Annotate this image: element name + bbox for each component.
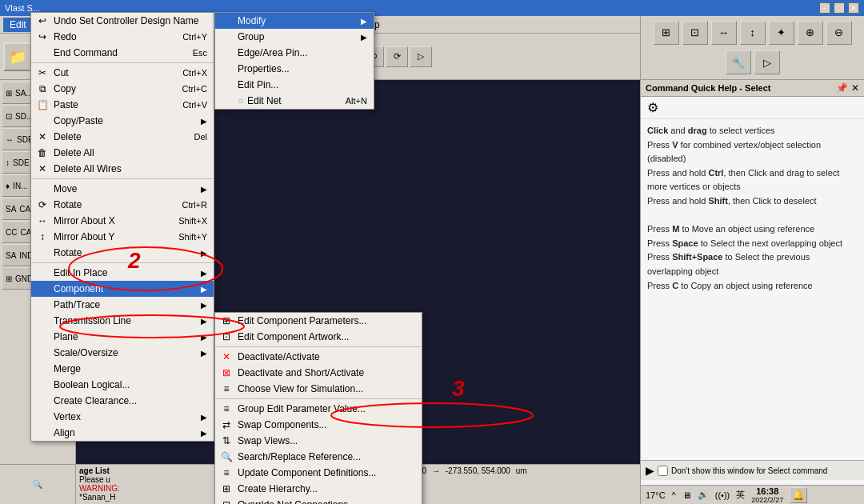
comp-search-replace[interactable]: 🔍 Search/Replace Reference...	[215, 449, 422, 465]
comp-edit-artwork-label: Edit Component Artwork...	[238, 331, 349, 342]
menu-end-command[interactable]: End Command Esc	[31, 45, 214, 61]
toolbar-folder-btn[interactable]: 📁	[3, 42, 32, 71]
rt-icon-8[interactable]: 🔧	[726, 50, 751, 74]
comp-deactivate-short[interactable]: ⊠ Deactivate and Short/Activate	[215, 365, 422, 381]
menu-path-trace[interactable]: Path/Trace ▶	[31, 297, 214, 313]
menu-move[interactable]: Move ▶	[31, 181, 214, 197]
quick-help-pin-icon[interactable]: 📌	[836, 82, 848, 94]
comp-edit-artwork[interactable]: ⊡ Edit Component Artwork...	[215, 329, 422, 345]
monitor-icon: 🖥	[682, 490, 691, 500]
rt-icon-4[interactable]: ↕	[740, 21, 766, 45]
menu-paste[interactable]: 📋 Paste Ctrl+V	[31, 97, 214, 113]
dont-show-label: Don't show this window for Select comman…	[671, 466, 827, 475]
menu-redo[interactable]: ↪ Redo Ctrl+Y	[31, 29, 214, 45]
edit-artwork-icon: ⊡	[218, 331, 234, 342]
menu-mirror-y[interactable]: ↕ Mirror About Y Shift+Y	[31, 229, 214, 245]
comp-group-edit[interactable]: ≡ Group Edit Parameter Value...	[215, 401, 422, 417]
menu-mirror-x[interactable]: ↔ Mirror About X Shift+X	[31, 213, 214, 229]
network-icon: ^	[672, 490, 676, 500]
comp-create-hierarchy[interactable]: ⊞ Create Hierarchy...	[215, 481, 422, 497]
modify-edit-pin[interactable]: Edit Pin...	[215, 77, 374, 93]
menu-delete-all[interactable]: 🗑 Delete All	[31, 145, 214, 161]
rt-icon-2[interactable]: ⊡	[682, 21, 708, 45]
help-line-4: Press and hold Shift, then Click to dese…	[647, 194, 858, 209]
speaker-icon: 🔊	[698, 490, 709, 500]
menu-move-label: Move	[54, 183, 77, 194]
menu-transmission-line-label: Transmission Line	[54, 315, 131, 326]
menu-align[interactable]: Align ▶	[31, 425, 214, 441]
comp-override-net[interactable]: ⊡ Override Net Connections...	[215, 497, 422, 504]
menu-plane[interactable]: Plane ▶	[31, 329, 214, 345]
tb-icon-15[interactable]: ⟳	[386, 46, 408, 67]
comp-deactivate[interactable]: ✕ Deactivate/Activate	[215, 349, 422, 365]
delete-wires-icon: ✕	[34, 163, 50, 174]
menu-mirror-x-label: Mirror About X	[54, 215, 115, 226]
modify-modify[interactable]: Modify ▶	[215, 13, 374, 29]
rt-icon-5[interactable]: ✦	[769, 21, 794, 45]
menu-delete-wires[interactable]: ✕ Delete All Wires	[31, 161, 214, 177]
quick-help-close-icon[interactable]: ✕	[851, 82, 859, 94]
menu-mirror-y-label: Mirror About Y	[54, 231, 114, 242]
edit-params-icon: ⊞	[218, 315, 234, 326]
menu-delete-shortcut: Del	[178, 132, 207, 142]
menu-copy-label: Copy	[54, 83, 76, 94]
menu-end-command-shortcut: Esc	[177, 48, 207, 58]
quick-help-controls: 📌 ✕	[836, 82, 859, 94]
notification-button[interactable]: 🔔	[790, 487, 807, 503]
modify-edge-area-pin[interactable]: Edge/Area Pin...	[215, 45, 374, 61]
comp-sep-2	[215, 398, 422, 399]
expand-arrow-icon[interactable]: ▶	[646, 464, 654, 477]
separator-2	[31, 178, 214, 179]
rt-icon-1[interactable]: ⊞	[654, 21, 679, 45]
modify-properties[interactable]: Properties...	[215, 61, 374, 77]
coords-separator: →	[432, 466, 440, 475]
menu-copy-paste-label: Copy/Paste	[54, 115, 103, 126]
maximize-button[interactable]: □	[834, 2, 845, 14]
modify-group[interactable]: Group ▶	[215, 29, 374, 45]
menu-scale[interactable]: Scale/Oversize ▶	[31, 345, 214, 361]
comp-edit-params[interactable]: ⊞ Edit Component Parameters...	[215, 313, 422, 329]
mirror-y-icon: ↕	[34, 231, 50, 242]
comp-update[interactable]: ≡ Update Component Definitions...	[215, 465, 422, 481]
menu-vertex[interactable]: Vertex ▶	[31, 409, 214, 425]
component-submenu: ⊞ Edit Component Parameters... ⊡ Edit Co…	[214, 312, 422, 504]
comp-swap-views[interactable]: ⇅ Swap Views...	[215, 433, 422, 449]
rt-icon-3[interactable]: ↔	[711, 21, 737, 45]
edge-area-pin-label: Edge/Area Pin...	[238, 47, 307, 58]
comp-swap[interactable]: ⇄ Swap Components...	[215, 417, 422, 433]
gear-icon[interactable]: ⚙	[647, 101, 658, 114]
menu-rotate-2[interactable]: Rotate ▶	[31, 245, 214, 261]
menubar-item-edit[interactable]: Edit	[3, 18, 33, 32]
menu-create-clearance[interactable]: Create Clearance...	[31, 393, 214, 409]
menu-cut[interactable]: ✂ Cut Ctrl+X	[31, 65, 214, 81]
properties-label: Properties...	[238, 63, 290, 74]
menu-component[interactable]: Component ▶	[31, 281, 214, 297]
tb-icon-16[interactable]: ▷	[410, 46, 432, 67]
menu-boolean[interactable]: Boolean Logical...	[31, 377, 214, 393]
edit-context-menu: ↩ Undo Set Controller Design Name Ctrl+Z…	[30, 12, 214, 442]
menu-copy[interactable]: ⧉ Copy Ctrl+C	[31, 81, 214, 97]
undo-icon: ↩	[34, 15, 50, 26]
menu-delete[interactable]: ✕ Delete Del	[31, 129, 214, 145]
comp-choose-view-label: Choose View for Simulation...	[238, 383, 363, 394]
help-line-6: Press Space to Select the next overlappi…	[647, 237, 858, 251]
close-button[interactable]: ✕	[848, 2, 859, 14]
bottom-search-icon[interactable]: 🔍	[33, 480, 42, 489]
minimize-button[interactable]: −	[819, 2, 830, 14]
menu-undo[interactable]: ↩ Undo Set Controller Design Name Ctrl+Z	[31, 13, 214, 29]
menu-edit-in-place[interactable]: Edit In Place ▶	[31, 265, 214, 281]
comp-choose-view[interactable]: ≡ Choose View for Simulation...	[215, 381, 422, 397]
rt-icon-9[interactable]: ▷	[754, 50, 780, 74]
path-trace-arrow-icon: ▶	[201, 301, 207, 310]
menu-transmission-line[interactable]: Transmission Line ▶	[31, 313, 214, 329]
menu-rotate[interactable]: ⟳ Rotate Ctrl+R	[31, 197, 214, 213]
dont-show-checkbox[interactable]	[658, 466, 668, 476]
rt-icon-6[interactable]: ⊕	[798, 21, 823, 45]
rt-icon-7[interactable]: ⊖	[826, 21, 852, 45]
search-replace-icon: 🔍	[218, 451, 234, 462]
menu-merge[interactable]: Merge	[31, 361, 214, 377]
menu-copy-paste[interactable]: Copy/Paste ▶	[31, 113, 214, 129]
menu-paste-label: Paste	[54, 99, 78, 110]
help-line-2: Press V for combined vertex/object selec…	[647, 138, 858, 166]
modify-edit-net[interactable]: ○ Edit Net Alt+N	[215, 93, 374, 109]
